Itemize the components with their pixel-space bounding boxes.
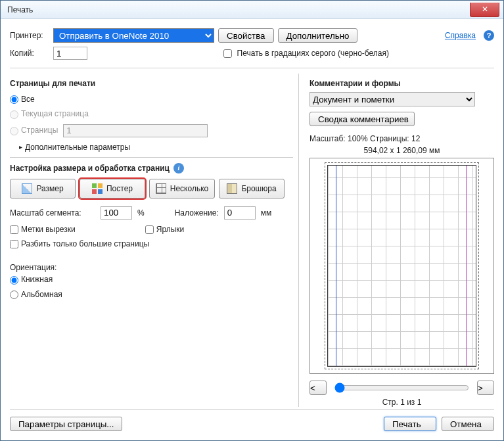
grayscale-label: Печать в градациях серого (черно-белая) bbox=[237, 49, 389, 58]
page-setup-button[interactable]: Параметры страницы... bbox=[10, 417, 122, 431]
overlap-input[interactable] bbox=[224, 206, 256, 220]
size-button[interactable]: Размер bbox=[10, 179, 76, 198]
printer-label: Принтер: bbox=[10, 31, 49, 40]
labels-checkbox[interactable] bbox=[145, 225, 154, 234]
pages-current-radio[interactable] bbox=[10, 110, 18, 119]
cancel-button[interactable]: Отмена bbox=[442, 417, 494, 431]
help-icon[interactable]: ? bbox=[484, 30, 494, 41]
segment-scale-label: Масштаб сегмента: bbox=[10, 208, 95, 218]
copies-label: Копий: bbox=[10, 49, 49, 58]
comments-header: Комментарии и формы bbox=[309, 79, 494, 88]
cutmarks-checkbox[interactable] bbox=[10, 225, 18, 234]
segment-scale-suffix: % bbox=[137, 208, 145, 218]
page-info: Стр. 1 из 1 bbox=[309, 398, 494, 407]
booklet-button[interactable]: Брошюра bbox=[219, 179, 285, 198]
poster-button[interactable]: Постер bbox=[80, 179, 145, 198]
overlap-suffix: мм bbox=[261, 208, 272, 218]
page-slider[interactable] bbox=[334, 383, 469, 393]
poster-icon bbox=[92, 183, 103, 194]
pages-all-option[interactable]: Все bbox=[10, 95, 35, 104]
booklet-icon bbox=[227, 183, 237, 194]
print-dialog: Печать ✕ Принтер: Отправить в OneNote 20… bbox=[0, 0, 504, 441]
pages-header: Страницы для печати bbox=[10, 79, 293, 88]
advanced-button[interactable]: Дополнительно bbox=[278, 28, 358, 43]
grayscale-option[interactable]: Печать в градациях серого (черно-белая) bbox=[223, 49, 389, 58]
close-icon: ✕ bbox=[482, 5, 488, 14]
overlap-label: Наложение: bbox=[175, 208, 219, 218]
help-link[interactable]: Справка bbox=[445, 31, 476, 40]
pages-current-option[interactable]: Текущая страница bbox=[10, 109, 89, 118]
pages-range-radio[interactable] bbox=[10, 127, 18, 135]
pages-range-option[interactable]: Страницы bbox=[10, 126, 58, 135]
comments-summary-button[interactable]: Сводка комментариев bbox=[309, 112, 415, 126]
pages-all-radio[interactable] bbox=[10, 95, 18, 104]
titlebar: Печать ✕ bbox=[1, 1, 503, 19]
multiple-icon bbox=[156, 183, 166, 194]
pages-range-input[interactable] bbox=[63, 124, 208, 137]
preview-dimensions: 594,02 x 1 260,09 мм bbox=[309, 146, 494, 155]
copies-input[interactable] bbox=[53, 47, 87, 60]
size-icon bbox=[22, 183, 32, 194]
portrait-radio[interactable] bbox=[10, 276, 18, 285]
info-icon[interactable]: i bbox=[173, 163, 184, 174]
next-page-button[interactable]: > bbox=[477, 381, 494, 395]
prev-page-button[interactable]: < bbox=[309, 381, 327, 395]
landscape-radio[interactable] bbox=[10, 290, 18, 299]
segment-scale-input[interactable] bbox=[101, 206, 132, 220]
portrait-option[interactable]: Книжная bbox=[10, 275, 53, 284]
more-params-label: Дополнительные параметры bbox=[25, 143, 130, 152]
preview-scale-info: Масштаб: 100% Страницы: 12 bbox=[309, 134, 494, 143]
bigonly-option[interactable]: Разбить только большие страницы bbox=[10, 239, 149, 248]
orientation-header: Ориентация: bbox=[10, 263, 293, 272]
cutmarks-option[interactable]: Метки вырезки bbox=[10, 225, 76, 234]
grayscale-checkbox[interactable] bbox=[223, 49, 232, 58]
comments-select[interactable]: Документ и пометки bbox=[309, 92, 475, 106]
labels-option[interactable]: Ярлыки bbox=[145, 225, 185, 234]
window-title: Печать bbox=[7, 5, 470, 14]
print-preview bbox=[309, 158, 494, 374]
properties-button[interactable]: Свойства bbox=[218, 28, 274, 43]
close-button[interactable]: ✕ bbox=[470, 3, 499, 17]
more-params-expander[interactable]: ▸ Дополнительные параметры bbox=[19, 143, 293, 152]
sizing-header: Настройка размера и обработка страниц bbox=[10, 164, 170, 173]
expander-triangle-icon: ▸ bbox=[19, 143, 22, 151]
multiple-button[interactable]: Несколько bbox=[149, 179, 215, 198]
bigonly-checkbox[interactable] bbox=[10, 240, 18, 248]
printer-select[interactable]: Отправить в OneNote 2010 bbox=[53, 28, 214, 43]
landscape-option[interactable]: Альбомная bbox=[10, 290, 62, 299]
print-button[interactable]: Печать bbox=[384, 417, 436, 431]
